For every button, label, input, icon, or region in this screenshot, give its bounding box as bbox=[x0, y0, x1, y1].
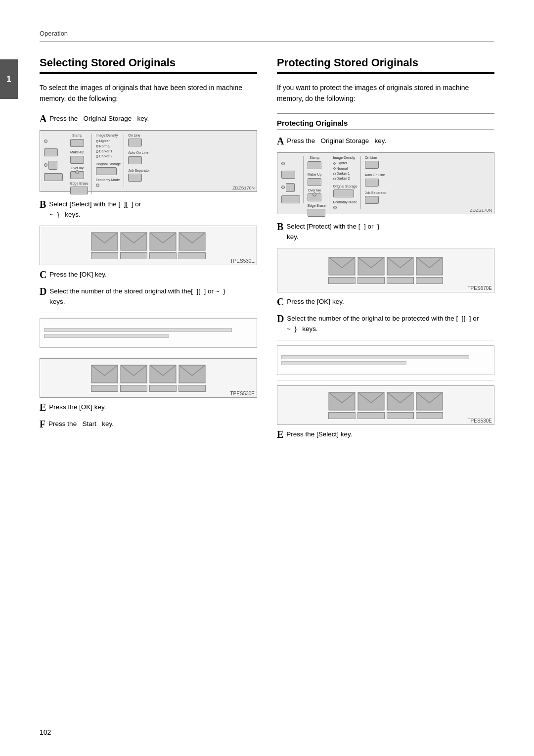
envelope-group-d-right bbox=[328, 392, 443, 419]
step-text-c-right: Press the [OK] key. bbox=[287, 298, 344, 305]
step-d-indent: keys. bbox=[49, 297, 257, 307]
envelope-svg-rb2 bbox=[357, 257, 385, 276]
step-b-left: B Select [Select] with the [ ][ ] or ~ }… bbox=[40, 199, 257, 220]
envelope-svg-1 bbox=[91, 232, 118, 251]
step-letter-d-right: D bbox=[277, 313, 284, 324]
btn-t bbox=[48, 161, 57, 170]
dot-darker1 bbox=[96, 150, 98, 153]
r-btn-online bbox=[365, 161, 379, 169]
r-btn-edgeerase bbox=[308, 209, 325, 217]
step-letter-e-left: E bbox=[40, 402, 46, 413]
r-dot2 bbox=[281, 186, 285, 189]
r-btn-skip bbox=[281, 195, 300, 203]
right-column: Protecting Stored Originals If you want … bbox=[277, 56, 494, 446]
env-rd3 bbox=[387, 392, 414, 419]
r-label-origstorage: Orignal Storage bbox=[333, 185, 357, 189]
label-online: On Line bbox=[128, 134, 140, 138]
dot-economy bbox=[96, 184, 99, 187]
panel-img-label-a-left: ZDZS170N bbox=[232, 186, 255, 190]
envelope-group-b-right bbox=[328, 257, 443, 284]
btn-origstorage bbox=[96, 167, 117, 175]
r-panel-col2: Stamp Make-Up Over lay Edge Era bbox=[308, 156, 329, 217]
r-btn-overlay bbox=[308, 193, 321, 201]
r-label-stamp: Stamp bbox=[310, 156, 319, 160]
label-stamp: Stamp bbox=[72, 134, 82, 138]
r-dot-darker1 bbox=[333, 173, 336, 175]
btn-online bbox=[128, 139, 142, 146]
step-letter-a-right: A bbox=[277, 136, 284, 146]
radio-darker2: Darker 2 bbox=[96, 154, 113, 158]
env-rd1 bbox=[328, 392, 356, 419]
label-economy: Economy Mode bbox=[96, 178, 120, 182]
label-edgeerase: Edge Erase bbox=[70, 182, 89, 186]
radio-darker1: Darker 1 bbox=[96, 149, 113, 153]
r-radio-density: Lighter Normal Darker 1 Darker 2 bbox=[333, 161, 350, 181]
r-label-darker2: Darker 2 bbox=[337, 177, 350, 181]
right-divider-d bbox=[277, 340, 494, 340]
env-item-1 bbox=[91, 232, 118, 259]
envelope-group bbox=[91, 232, 206, 259]
right-divider-d2 bbox=[277, 380, 494, 380]
stored-panel-d-left: TPES530E bbox=[40, 358, 257, 398]
envelope-svg-rb3 bbox=[387, 257, 414, 276]
step-d-left: D Select the number of the stored origin… bbox=[40, 286, 257, 307]
r-dot-lighter bbox=[333, 162, 336, 165]
dot2 bbox=[44, 163, 47, 167]
stored-panel-label-d-right: TPES530E bbox=[468, 418, 492, 424]
dot-lighter bbox=[96, 140, 98, 142]
btn-stamp bbox=[70, 139, 84, 147]
stored-panel-b-right: TPES670E bbox=[277, 248, 494, 292]
right-divider-top bbox=[277, 113, 494, 114]
env-item-d3 bbox=[149, 365, 177, 392]
step-text-e-right: Press the [Select] key. bbox=[286, 430, 352, 438]
envelope-svg-d2 bbox=[120, 365, 147, 383]
r-panel-col1 bbox=[281, 156, 304, 203]
envelope-group-d bbox=[91, 365, 206, 392]
step-c-left: C Press the [OK] key. bbox=[40, 269, 257, 280]
left-column: Selecting Stored Originals To select the… bbox=[40, 56, 257, 446]
step-letter-a-left: A bbox=[40, 113, 46, 124]
label-jobsep: Job Separator bbox=[128, 169, 150, 173]
divider-d bbox=[40, 313, 257, 313]
env-rd2 bbox=[357, 392, 385, 419]
radio-density: Lighter Normal Darker 1 Darker 2 bbox=[96, 139, 113, 159]
step-d-right: D Select the number of the original to b… bbox=[277, 313, 494, 334]
breadcrumb: Operation bbox=[40, 30, 494, 42]
step-text-b-left: Select [Select] with the [ ][ ] or bbox=[49, 200, 141, 208]
btn-jobsep bbox=[128, 174, 142, 182]
envelope-svg-d4 bbox=[178, 365, 206, 383]
input-line-2 bbox=[44, 334, 169, 338]
r-radio-normal: Normal bbox=[333, 167, 350, 171]
btn-makeup bbox=[70, 156, 84, 164]
step-text-e-left: Press the [OK] key. bbox=[49, 403, 106, 411]
step-letter-b-left: B bbox=[40, 199, 46, 210]
r-dot-darker2 bbox=[333, 178, 336, 180]
r-radio-darker1: Darker 1 bbox=[333, 172, 350, 176]
envelope-svg-rb4 bbox=[416, 257, 443, 276]
label-imgdensity: Image Density bbox=[96, 134, 118, 138]
step-e-right: E Press the [Select] key. bbox=[277, 429, 494, 440]
env-r-b1 bbox=[328, 257, 356, 284]
step-a-right: A Press the Original Storage key. bbox=[277, 136, 494, 146]
r-dot-normal bbox=[333, 167, 336, 170]
envelope-svg-d1 bbox=[91, 365, 118, 383]
step-letter-c-right: C bbox=[277, 296, 284, 307]
right-sub-section-title: Protecting Originals bbox=[277, 119, 494, 130]
label-autoonline: Auto On Line bbox=[128, 151, 148, 155]
panel-img-label-a-right: ZDZS170N bbox=[470, 208, 492, 213]
step-text-a-right: Press the Original Storage key. bbox=[287, 137, 386, 144]
label-origstorage: Original Storage bbox=[96, 162, 121, 166]
envelope-svg-rb1 bbox=[328, 257, 356, 276]
env-r-b2 bbox=[357, 257, 385, 284]
step-letter-f-left: F bbox=[40, 419, 45, 429]
envelope-svg-rd4 bbox=[416, 392, 443, 411]
panel-col2: Stamp Make-Up Over lay Edge Era bbox=[70, 134, 92, 195]
env-item-d1 bbox=[91, 365, 118, 392]
envelope-svg-d3 bbox=[149, 365, 177, 383]
step-text-d-right: Select the number of the original to be … bbox=[287, 315, 479, 322]
r-label-economy: Economy Mode bbox=[333, 200, 357, 204]
r-label-jobsep: Job Separator bbox=[365, 191, 387, 195]
page-container: Operation 1 Selecting Stored Originals T… bbox=[0, 0, 534, 756]
step-b-indent: ~ } keys. bbox=[49, 210, 257, 220]
step-b-right: B Select [Protect] with the [ ] or } key… bbox=[277, 221, 494, 242]
